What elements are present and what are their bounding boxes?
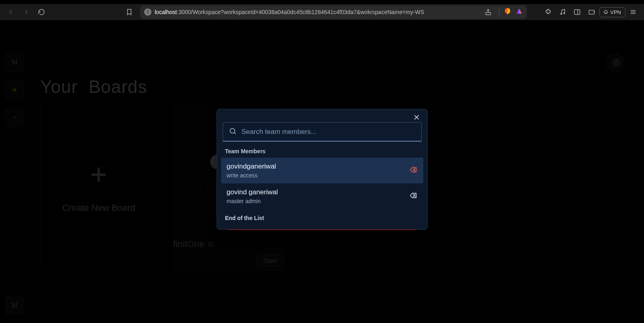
url-path: :3000/Workspace?workspaceId=40038a04a0dc… <box>177 9 424 15</box>
team-member-row[interactable]: govind ganeriwalmaster admin <box>221 183 423 209</box>
close-icon[interactable]: ✕ <box>413 113 420 122</box>
vpn-button[interactable]: VPN <box>599 7 625 17</box>
browser-toolbar: i localhost:3000/Workspace?workspaceId=4… <box>0 4 644 20</box>
bookmark-button[interactable] <box>122 5 136 19</box>
member-role: master admin <box>227 198 278 204</box>
sidepanel-button[interactable] <box>570 5 584 19</box>
url-text: localhost:3000/Workspace?workspaceId=400… <box>155 9 424 15</box>
member-role: write access <box>227 172 276 179</box>
reload-button[interactable] <box>35 5 48 19</box>
search-icon <box>229 127 237 137</box>
search-field-wrapper[interactable] <box>223 122 422 142</box>
search-input[interactable] <box>242 128 416 136</box>
end-of-list-label: End of the List <box>225 215 419 221</box>
nav-forward-button[interactable] <box>19 5 33 19</box>
svg-line-12 <box>234 132 236 134</box>
share-button[interactable] <box>481 5 495 19</box>
svg-rect-5 <box>575 10 580 14</box>
extensions-button[interactable] <box>541 5 555 19</box>
member-info: govindganeriwalwrite access <box>227 163 276 179</box>
svg-point-11 <box>230 128 235 133</box>
site-info-icon[interactable]: i <box>144 8 151 16</box>
brave-shield-icon[interactable] <box>503 7 511 17</box>
url-host: localhost <box>155 9 177 15</box>
toolbar-divider <box>499 8 499 16</box>
vpn-status-icon <box>604 10 608 14</box>
team-members-heading: Team Members <box>225 148 419 154</box>
wallet-button[interactable] <box>585 5 598 19</box>
modal-overlay[interactable]: ✕ Team Members govindganeriwalwrite acce… <box>0 21 644 323</box>
svg-point-3 <box>561 13 562 14</box>
member-name: govindganeriwal <box>227 163 276 171</box>
member-name: govind ganeriwal <box>227 188 278 196</box>
app-menu-button[interactable] <box>626 5 640 19</box>
member-info: govind ganeriwalmaster admin <box>227 188 278 204</box>
svg-point-4 <box>564 13 565 14</box>
bottom-accent-bar <box>228 229 416 230</box>
media-button[interactable] <box>556 5 569 19</box>
address-bar[interactable]: i localhost:3000/Workspace?workspaceId=4… <box>140 5 527 19</box>
vpn-label: VPN <box>610 9 621 15</box>
remove-member-icon[interactable] <box>409 191 418 202</box>
team-member-row[interactable]: govindganeriwalwrite access <box>221 158 423 183</box>
remove-member-icon[interactable] <box>409 165 418 176</box>
svg-marker-2 <box>516 8 519 14</box>
team-members-modal: ✕ Team Members govindganeriwalwrite acce… <box>217 109 428 230</box>
nav-back-button[interactable] <box>4 5 18 19</box>
brave-rewards-icon[interactable] <box>516 8 523 16</box>
